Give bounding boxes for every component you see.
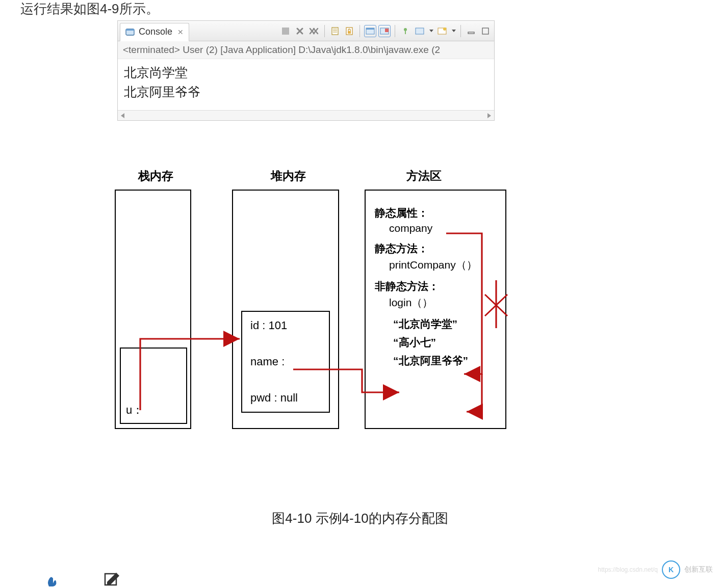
svg-point-13 bbox=[443, 28, 446, 31]
static-method-title: 静态方法： bbox=[375, 242, 496, 256]
console-icon bbox=[124, 26, 136, 38]
stack-column-label: 栈内存 bbox=[138, 168, 173, 184]
svg-rect-14 bbox=[468, 32, 474, 34]
heap-object: id : 101 name : pwd : null bbox=[241, 311, 330, 413]
show-console-on-out-icon[interactable] bbox=[365, 25, 376, 37]
heap-column-label: 堆内存 bbox=[271, 168, 306, 184]
open-console-icon[interactable] bbox=[436, 25, 448, 37]
field-name: name : bbox=[250, 355, 321, 368]
method-area-label: 方法区 bbox=[406, 168, 442, 184]
minimize-icon[interactable] bbox=[466, 25, 477, 37]
svg-rect-11 bbox=[416, 28, 424, 34]
console-line: 北京尚学堂 bbox=[124, 63, 488, 83]
watermark-brand: 创新互联 bbox=[684, 565, 713, 574]
svg-rect-2 bbox=[282, 28, 289, 35]
close-tab-icon[interactable]: ✕ bbox=[177, 28, 184, 36]
watermark-url: https://blog.csdn.net/q bbox=[598, 566, 658, 573]
show-console-on-err-icon[interactable] bbox=[379, 25, 390, 37]
svg-rect-1 bbox=[126, 29, 134, 31]
string-constant-2: “高小七” bbox=[393, 335, 496, 350]
pin-console-icon[interactable] bbox=[400, 25, 411, 37]
intro-text: 运行结果如图4-9所示。 bbox=[20, 0, 159, 18]
nonstatic-method-login: login（） bbox=[389, 296, 496, 310]
stack-variable-u: u： bbox=[126, 403, 143, 418]
svg-rect-3 bbox=[332, 28, 338, 35]
stop-icon[interactable] bbox=[280, 25, 291, 37]
dropdown-icon[interactable] bbox=[429, 30, 433, 32]
eclipse-console: Console ✕ <terminated> User (2) [Java Ap… bbox=[117, 20, 495, 121]
svg-point-10 bbox=[404, 28, 407, 31]
string-constant-3: “北京阿里爷爷” bbox=[393, 354, 496, 368]
memory-diagram: 栈内存 堆内存 方法区 u： User id : 101 name : pwd … bbox=[110, 168, 589, 453]
watermark: https://blog.csdn.net/q K 创新互联 bbox=[598, 560, 713, 579]
hand-icon bbox=[46, 573, 58, 587]
console-output: 北京尚学堂 北京阿里爷爷 bbox=[118, 59, 494, 110]
field-id: id : 101 bbox=[250, 319, 321, 332]
console-tab-label: Console bbox=[139, 26, 172, 37]
bottom-cropped-icons bbox=[46, 573, 119, 588]
svg-rect-5 bbox=[348, 31, 351, 34]
static-method-printCompany: printCompany（） bbox=[389, 258, 496, 272]
nonstatic-method-title: 非静态方法： bbox=[375, 279, 496, 293]
console-tab-bar: Console ✕ bbox=[118, 21, 494, 41]
remove-launch-icon[interactable] bbox=[294, 25, 305, 37]
console-tab[interactable]: Console ✕ bbox=[120, 23, 189, 41]
watermark-logo-icon: K bbox=[662, 560, 680, 579]
display-selected-icon[interactable] bbox=[414, 25, 425, 37]
dropdown-icon[interactable] bbox=[452, 30, 456, 32]
maximize-icon[interactable] bbox=[480, 25, 491, 37]
stack-box: u： bbox=[115, 190, 191, 429]
scroll-lock-icon[interactable] bbox=[344, 25, 355, 37]
static-attr-title: 静态属性： bbox=[375, 206, 496, 220]
console-status: <terminated> User (2) [Java Application]… bbox=[118, 41, 494, 59]
console-line: 北京阿里爷爷 bbox=[124, 83, 488, 102]
method-area-box: 静态属性： company 静态方法： printCompany（） 非静态方法… bbox=[365, 190, 506, 429]
field-pwd: pwd : null bbox=[250, 391, 321, 405]
clear-icon[interactable] bbox=[329, 25, 341, 37]
console-toolbar bbox=[280, 25, 494, 37]
figure-caption: 图4-10 示例4-10的内存分配图 bbox=[0, 510, 720, 527]
string-constant-1: “北京尚学堂” bbox=[393, 317, 496, 331]
svg-rect-7 bbox=[366, 28, 374, 30]
static-attr-company: company bbox=[389, 222, 496, 234]
svg-rect-15 bbox=[482, 28, 488, 34]
horizontal-scrollbar[interactable] bbox=[118, 110, 494, 120]
remove-all-icon[interactable] bbox=[308, 25, 320, 37]
svg-rect-9 bbox=[385, 29, 389, 32]
edit-icon bbox=[104, 573, 119, 588]
stack-frame: u： bbox=[120, 348, 187, 424]
